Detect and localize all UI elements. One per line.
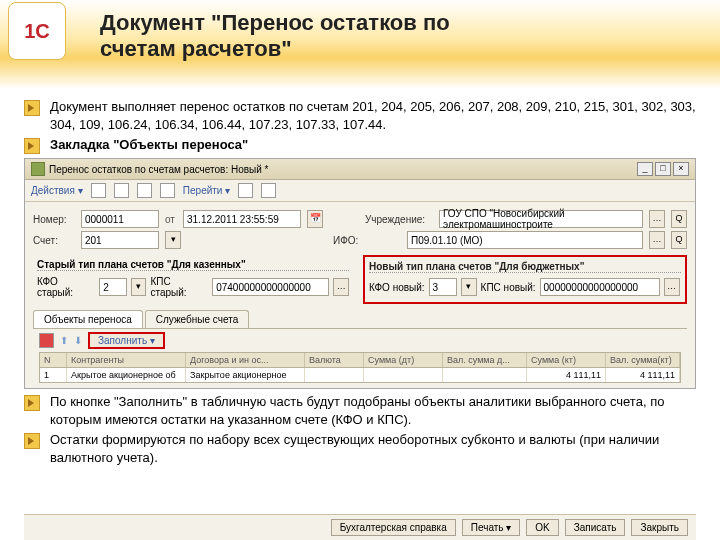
kps-old-input[interactable]: 07400000000000000 — [212, 278, 329, 296]
dropdown-button[interactable]: ▾ — [165, 231, 181, 249]
bullet-icon — [24, 138, 40, 154]
tab-objects[interactable]: Объекты переноса — [33, 310, 143, 328]
tab-service-accounts[interactable]: Служебные счета — [145, 310, 249, 328]
window-title: Перенос остатков по счетам расчетов: Нов… — [49, 164, 268, 175]
app-window: Перенос остатков по счетам расчетов: Нов… — [24, 158, 696, 389]
close-button[interactable]: × — [673, 162, 689, 176]
select-button[interactable]: … — [649, 231, 665, 249]
bullet-icon — [24, 395, 40, 411]
bullet-text: Документ выполняет перенос остатков по с… — [50, 98, 696, 133]
toolbar-icon[interactable] — [91, 183, 106, 198]
old-plan-title: Старый тип плана счетов "Для казенных" — [37, 259, 349, 271]
minimize-button[interactable]: _ — [637, 162, 653, 176]
kfo-old-label: КФО старый: — [37, 276, 95, 298]
kps-new-input[interactable]: 00000000000000000 — [540, 278, 660, 296]
kfo-new-label: КФО новый: — [369, 282, 425, 293]
bullet-text: По кнопке "Заполнить" в табличную часть … — [50, 393, 696, 428]
toolbar-icon[interactable] — [137, 183, 152, 198]
new-plan-title: Новый тип плана счетов "Для бюджетных" — [369, 261, 681, 273]
down-icon[interactable]: ⬇ — [74, 335, 82, 346]
bullet-icon — [24, 433, 40, 449]
org-label: Учреждение: — [365, 214, 433, 225]
org-input[interactable]: ГОУ СПО "Новосибирский электромашиностро… — [439, 210, 643, 228]
account-label: Счет: — [33, 235, 75, 246]
print-button[interactable]: Печать ▾ — [462, 519, 521, 536]
select-button[interactable]: … — [649, 210, 665, 228]
num-input[interactable]: 0000011 — [81, 210, 159, 228]
fill-button[interactable]: Заполнить ▾ — [88, 332, 165, 349]
bullet-icon — [24, 100, 40, 116]
kfo-new-input[interactable]: 3 — [429, 278, 457, 296]
save-button[interactable]: Записать — [565, 519, 626, 536]
num-label: Номер: — [33, 214, 75, 225]
ifo-input[interactable]: П09.01.10 (МО) — [407, 231, 643, 249]
window-icon — [31, 162, 45, 176]
report-button[interactable]: Бухгалтерская справка — [331, 519, 456, 536]
goto-menu[interactable]: Перейти ▾ — [183, 185, 231, 196]
account-input[interactable]: 201 — [81, 231, 159, 249]
actions-menu[interactable]: Действия ▾ — [31, 185, 83, 196]
toolbar-icon[interactable] — [114, 183, 129, 198]
dropdown-button[interactable]: ▾ — [461, 278, 477, 296]
old-plan-box: Старый тип плана счетов "Для казенных" К… — [33, 255, 353, 304]
data-grid: N Контрагенты Договора и ин ос... Валюта… — [39, 352, 681, 383]
bullet-text: Остатки формируются по набору всех сущес… — [50, 431, 696, 466]
toolbar: Действия ▾ Перейти ▾ — [25, 180, 695, 202]
maximize-button[interactable]: □ — [655, 162, 671, 176]
table-row[interactable]: 1 Акрытое акционерное об Закрытое акцион… — [40, 368, 680, 382]
ifo-label: ИФО: — [333, 235, 401, 246]
toolbar-icon[interactable] — [261, 183, 276, 198]
kfo-old-input[interactable]: 2 — [99, 278, 127, 296]
toolbar-icon[interactable] — [160, 183, 175, 198]
bullet-text: Закладка "Объекты переноса" — [50, 136, 248, 154]
dropdown-button[interactable]: ▾ — [131, 278, 147, 296]
titlebar: Перенос остатков по счетам расчетов: Нов… — [25, 159, 695, 180]
new-plan-box: Новый тип плана счетов "Для бюджетных" К… — [363, 255, 687, 304]
date-picker-button[interactable]: 📅 — [307, 210, 323, 228]
delete-icon[interactable] — [39, 333, 54, 348]
up-icon[interactable]: ⬆ — [60, 335, 68, 346]
ok-button[interactable]: OK — [526, 519, 558, 536]
kps-new-label: КПС новый: — [481, 282, 536, 293]
kps-old-label: КПС старый: — [150, 276, 208, 298]
select-button[interactable]: … — [664, 278, 680, 296]
close-button[interactable]: Закрыть — [631, 519, 688, 536]
clear-button[interactable]: Q — [671, 231, 687, 249]
slide-title: Документ "Перенос остатков посчетам расч… — [100, 10, 450, 63]
clear-button[interactable]: Q — [671, 210, 687, 228]
select-button[interactable]: … — [333, 278, 349, 296]
toolbar-icon[interactable] — [238, 183, 253, 198]
date-input[interactable]: 31.12.2011 23:55:59 — [183, 210, 301, 228]
logo: 1С — [8, 2, 66, 60]
